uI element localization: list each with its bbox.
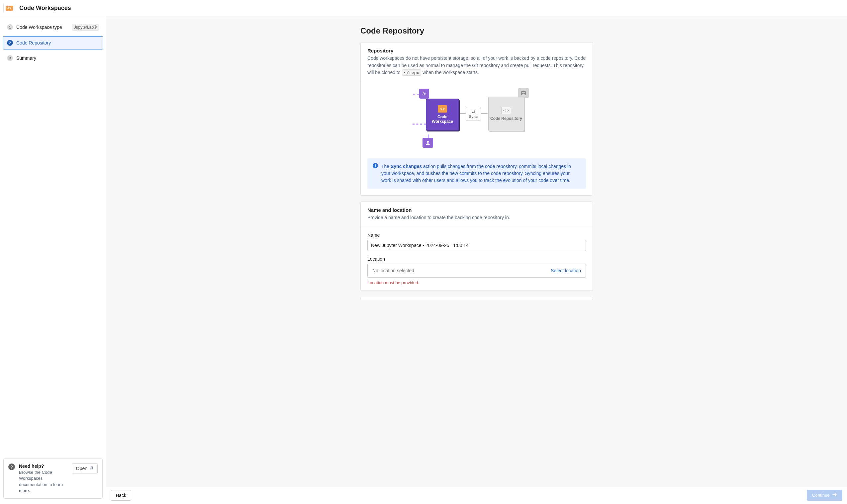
repo-path-code: ~/repo <box>402 69 422 76</box>
sync-info-callout: i The Sync changes action pulls changes … <box>367 158 586 188</box>
workspace-icon: <> <box>438 105 447 112</box>
external-link-icon <box>89 466 93 471</box>
step-workspace-type[interactable]: 1 Code Workspace type JupyterLab® <box>3 20 103 34</box>
arrow-right-icon <box>832 493 837 498</box>
step-list: 1 Code Workspace type JupyterLab® 2 Code… <box>3 20 103 65</box>
repo-section-desc: Code workspaces do not have persistent s… <box>367 55 586 76</box>
repo-code-icon: < > <box>501 107 511 114</box>
sync-arrow-icon: ⇄ <box>472 110 475 114</box>
person-icon <box>423 138 433 148</box>
location-placeholder: No location selected <box>372 268 414 273</box>
svg-point-0 <box>427 141 429 143</box>
continue-label: Continue <box>812 493 830 498</box>
sync-diagram: fx <> Code Workspace ⇄ <box>415 88 538 151</box>
header-title: Code Workspaces <box>19 5 71 12</box>
location-label: Location <box>367 256 586 262</box>
step-code-repository[interactable]: 2 Code Repository <box>3 36 103 50</box>
help-open-button[interactable]: Open <box>72 464 98 473</box>
help-desc: Browse the Code Workspaces documentation… <box>19 469 68 494</box>
name-loc-title: Name and location <box>367 207 586 213</box>
svg-point-1 <box>522 91 526 92</box>
info-icon: i <box>373 163 378 168</box>
sidebar: 1 Code Workspace type JupyterLab® 2 Code… <box>0 16 106 504</box>
continue-button[interactable]: Continue <box>807 490 842 501</box>
step-number-3: 3 <box>7 55 13 61</box>
workspace-label: Code Workspace <box>426 114 458 124</box>
help-icon: ? <box>8 464 15 470</box>
help-open-label: Open <box>76 466 87 471</box>
name-loc-desc: Provide a name and location to create th… <box>367 214 586 221</box>
page-title: Code Repository <box>360 26 593 36</box>
back-button[interactable]: Back <box>111 490 131 501</box>
step-label: Code Workspace type <box>16 24 62 30</box>
footer: Back Continue <box>106 486 847 504</box>
step-badge: JupyterLab® <box>72 24 99 31</box>
header: <> Code Workspaces <box>0 0 847 16</box>
select-location-link[interactable]: Select location <box>551 268 581 273</box>
app-icon: <> <box>3 3 15 13</box>
next-card-peek <box>360 297 593 300</box>
code-workspace-glyph: <> <box>6 6 13 11</box>
location-error: Location must be provided. <box>367 280 586 285</box>
name-input[interactable] <box>367 240 586 251</box>
step-label: Code Repository <box>16 40 51 46</box>
step-number-1: 1 <box>7 24 13 30</box>
fx-icon: fx <box>419 89 429 98</box>
step-number-2: 2 <box>7 40 13 46</box>
name-location-card: Name and location Provide a name and loc… <box>360 201 593 291</box>
help-title: Need help? <box>19 464 68 469</box>
sync-badge: ⇄ Sync <box>466 107 481 121</box>
step-label: Summary <box>16 55 36 61</box>
help-card: ? Need help? Browse the Code Workspaces … <box>3 458 103 499</box>
step-summary[interactable]: 3 Summary <box>3 52 103 65</box>
sync-label: Sync <box>469 114 478 119</box>
location-selector[interactable]: No location selected Select location <box>367 264 586 277</box>
sync-callout-text: The Sync changes action pulls changes fr… <box>381 163 581 184</box>
name-label: Name <box>367 232 586 238</box>
repo-label: Code Repository <box>490 116 522 121</box>
repo-section-title: Repository <box>367 48 586 53</box>
repository-card: Repository Code workspaces do not have p… <box>360 42 593 196</box>
